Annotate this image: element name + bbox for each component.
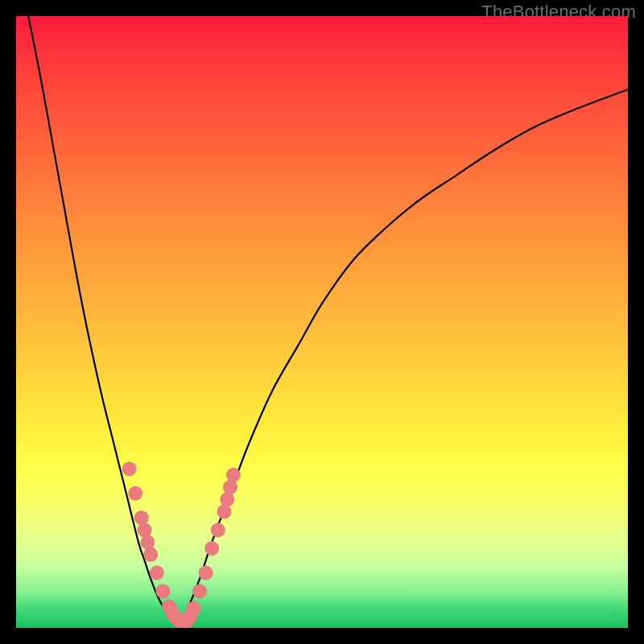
data-marker	[226, 468, 241, 482]
data-marker	[223, 480, 237, 494]
curve-left-branch	[28, 16, 175, 621]
data-marker	[204, 541, 219, 555]
data-marker	[128, 486, 142, 501]
data-marker	[150, 566, 164, 580]
chart-svg	[16, 16, 628, 628]
data-marker	[192, 584, 207, 598]
data-marker	[143, 547, 158, 562]
data-marker	[211, 522, 225, 537]
data-marker	[122, 461, 137, 476]
data-marker	[134, 510, 149, 525]
plot-area	[16, 16, 628, 628]
data-marker	[217, 505, 231, 519]
data-marker	[155, 584, 170, 598]
data-marker	[138, 522, 152, 537]
data-marker	[186, 601, 200, 616]
data-marker	[140, 535, 155, 550]
outer-frame: TheBottleneck.com	[0, 0, 644, 644]
curve-right-branch	[181, 89, 628, 621]
data-marker	[199, 566, 213, 580]
data-marker	[220, 492, 234, 506]
